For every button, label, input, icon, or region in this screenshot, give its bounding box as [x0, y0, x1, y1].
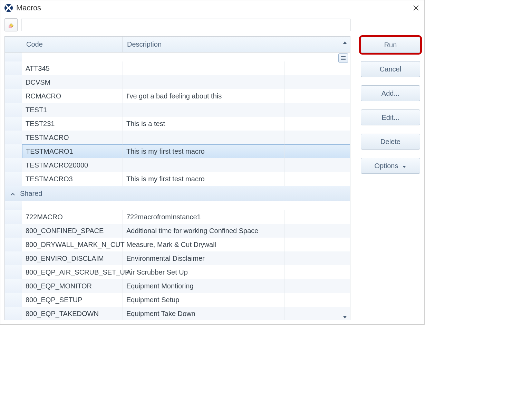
table-row[interactable]: 800_EQP_SETUPEquipment Setup — [5, 293, 350, 307]
table-row[interactable]: 722MACRO722macrofromInstance1 — [5, 210, 350, 224]
svg-marker-3 — [343, 41, 347, 44]
edit-button-label: Edit... — [381, 114, 399, 122]
cell-code: 800_DRYWALL_MARK_N_CUT — [22, 238, 123, 251]
table-row[interactable]: TESTMACRO — [5, 131, 350, 144]
header-description[interactable]: Description — [123, 37, 281, 52]
run-button[interactable]: Run — [361, 37, 420, 53]
cell-code: TEST1 — [22, 103, 123, 117]
cell-code: TEST231 — [22, 117, 123, 131]
chevron-up-icon — [10, 190, 15, 198]
row-gutter — [5, 131, 22, 144]
row-gutter — [5, 61, 22, 75]
dropdown-caret-icon — [402, 162, 406, 170]
grid-body[interactable]: ATT345DCVSMRCMACROI've got a bad feeling… — [5, 52, 350, 320]
cell-extra — [284, 75, 350, 89]
side-buttons: Run Cancel Add... Edit... Delete Options — [361, 18, 420, 320]
cell-extra — [284, 293, 350, 307]
cell-description: This is a test — [123, 117, 284, 131]
edit-button[interactable]: Edit... — [361, 109, 420, 125]
row-gutter — [5, 238, 22, 251]
table-row[interactable]: TEST1 — [5, 103, 350, 117]
cell-code: 800_ENVIRO_DISCLAIM — [22, 251, 123, 265]
cell-code: 800_EQP_TAKEDOWN — [22, 307, 123, 320]
run-button-label: Run — [384, 41, 397, 49]
table-row[interactable]: DCVSM — [5, 75, 350, 89]
row-gutter — [5, 265, 22, 279]
group-header-shared[interactable]: Shared — [5, 186, 350, 201]
cell-description: Equipment Setup — [123, 293, 284, 307]
row-gutter — [5, 279, 22, 293]
cell-extra — [284, 251, 350, 265]
options-button[interactable]: Options — [361, 158, 420, 174]
svg-marker-5 — [403, 166, 406, 168]
row-gutter — [5, 307, 22, 320]
cell-code: 800_EQP_SETUP — [22, 293, 123, 307]
table-row[interactable]: 800_EQP_AIR_SCRUB_SET_UPAir Scrubber Set… — [5, 265, 350, 279]
cell-code: ATT345 — [22, 61, 123, 75]
table-row[interactable]: ATT345 — [5, 61, 350, 75]
table-row[interactable]: 800_EQP_TAKEDOWNEquipment Take Down — [5, 307, 350, 320]
delete-button[interactable]: Delete — [361, 134, 420, 150]
cell-code: TESTMACRO20000 — [22, 158, 123, 172]
column-chooser-button[interactable] — [338, 53, 348, 63]
header-code[interactable]: Code — [22, 37, 123, 52]
search-input[interactable] — [21, 19, 350, 31]
cell-extra — [284, 61, 350, 75]
table-row[interactable]: RCMACROI've got a bad feeling about this — [5, 89, 350, 103]
cell-description: I've got a bad feeling about this — [123, 89, 284, 103]
app-icon — [4, 3, 13, 13]
row-gutter — [5, 224, 22, 238]
table-row[interactable]: TEST231This is a test — [5, 117, 350, 131]
table-row-selected[interactable]: TESTMACRO1This is my first test macro — [5, 144, 350, 158]
window-title: Macros — [16, 3, 41, 12]
row-gutter — [5, 103, 22, 117]
cell-extra — [284, 131, 350, 144]
cell-description — [123, 131, 284, 144]
cell-code: 800_EQP_AIR_SCRUB_SET_UP — [22, 265, 123, 279]
cell-code: DCVSM — [22, 75, 123, 89]
cell-description: Equipment Montioring — [123, 279, 284, 293]
cell-extra — [284, 144, 350, 158]
cell-description: Additional time for working Confined Spa… — [123, 224, 284, 238]
cell-extra — [284, 265, 350, 279]
cell-extra — [284, 89, 350, 103]
cell-description: Measure, Mark & Cut Drywall — [123, 238, 284, 251]
table-row[interactable]: 800_DRYWALL_MARK_N_CUTMeasure, Mark & Cu… — [5, 238, 350, 251]
cell-description: Air Scrubber Set Up — [123, 265, 284, 279]
cell-extra — [284, 210, 350, 224]
header-extra[interactable] — [281, 37, 350, 52]
table-row[interactable]: 800_CONFINED_SPACEAdditional time for wo… — [5, 224, 350, 238]
cell-description: Equipment Take Down — [123, 307, 284, 320]
row-gutter — [5, 75, 22, 89]
cell-code: 800_EQP_MONITOR — [22, 279, 123, 293]
titlebar: Macros — [0, 0, 424, 16]
table-row[interactable]: TESTMACRO3This is my first test macro — [5, 172, 350, 186]
macros-grid: Code Description ATT345DCVSMRCMACROI've … — [4, 36, 350, 320]
header-gutter — [5, 37, 22, 52]
row-gutter — [5, 210, 22, 224]
cell-extra — [284, 307, 350, 320]
delete-button-label: Delete — [380, 138, 400, 146]
scroll-up-icon[interactable] — [342, 39, 348, 44]
cell-code: TESTMACRO1 — [22, 144, 123, 158]
row-gutter — [5, 251, 22, 265]
cell-code: TESTMACRO3 — [22, 172, 123, 186]
row-gutter — [5, 293, 22, 307]
grid-header: Code Description — [5, 37, 350, 52]
cell-extra — [284, 158, 350, 172]
cell-extra — [284, 238, 350, 251]
row-gutter — [5, 89, 22, 103]
table-row[interactable]: TESTMACRO20000 — [5, 158, 350, 172]
add-button[interactable]: Add... — [361, 85, 420, 101]
cell-description — [123, 75, 284, 89]
cell-extra — [284, 279, 350, 293]
cell-description — [123, 158, 284, 172]
cancel-button[interactable]: Cancel — [361, 61, 420, 77]
close-button[interactable] — [411, 3, 421, 13]
cell-code: TESTMACRO — [22, 131, 123, 144]
table-row[interactable]: 800_EQP_MONITOREquipment Montioring — [5, 279, 350, 293]
scroll-down-icon[interactable] — [342, 313, 348, 318]
clear-search-button[interactable] — [4, 18, 18, 31]
table-row[interactable]: 800_ENVIRO_DISCLAIMEnvironmental Disclai… — [5, 251, 350, 265]
cell-description: This is my first test macro — [123, 172, 284, 186]
